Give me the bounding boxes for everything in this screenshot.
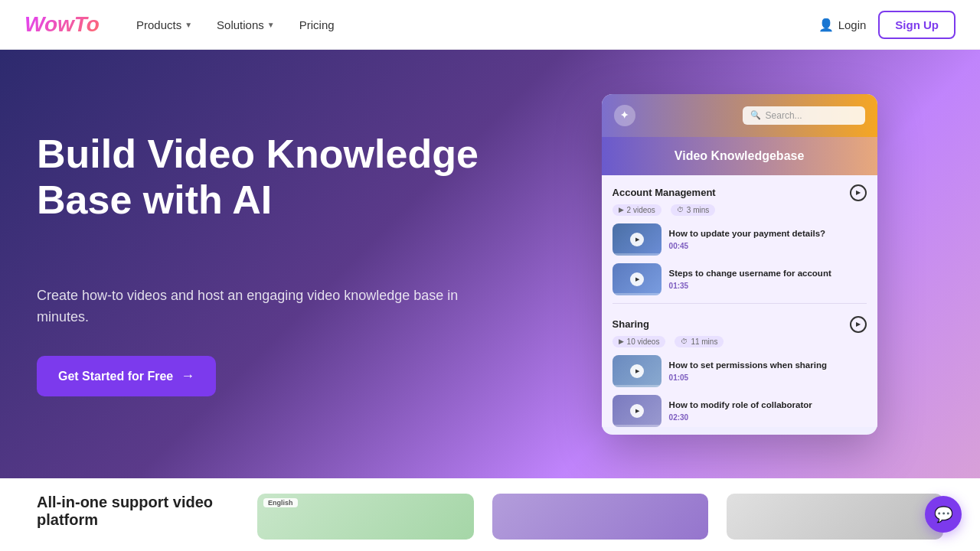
clock-icon: ⏱ (681, 337, 688, 345)
video-info: Steps to change username for account 01:… (669, 268, 867, 290)
arrow-icon: → (181, 368, 194, 384)
play-icon: ▶ (856, 321, 861, 328)
section-title: Sharing (612, 318, 649, 330)
chevron-down-icon: ▼ (185, 21, 192, 29)
chevron-down-icon: ▼ (267, 21, 275, 29)
user-icon: 👤 (818, 18, 834, 32)
video-item[interactable]: ▶ How to modify role of collaborator 02:… (612, 395, 867, 427)
chat-button[interactable]: 💬 (925, 496, 962, 533)
video-info: How to modify role of collaborator 02:30 (669, 399, 867, 422)
section-header: Account Management ▶ (612, 184, 867, 201)
widget-title: Video Knowledgebase (675, 149, 805, 162)
section-header: Sharing ▶ (612, 316, 867, 333)
video-thumbnail: ▶ (612, 263, 662, 295)
thumb-play-icon: ▶ (630, 404, 644, 418)
section-divider (612, 303, 867, 304)
bottom-left: All-in-one support video platform (37, 494, 220, 529)
widget-logo: ✦ (614, 105, 635, 126)
section-play-button[interactable]: ▶ (850, 316, 867, 333)
login-button[interactable]: 👤 Login (818, 18, 867, 32)
widget-title-bar: Video Knowledgebase (602, 137, 877, 175)
section-play-button[interactable]: ▶ (850, 184, 867, 201)
bottom-title: All-in-one support video platform (37, 494, 220, 529)
time-badge: ⏱ 3 mins (671, 204, 715, 216)
video-thumbnail: ▶ (612, 355, 662, 387)
hero-left: Build Video Knowledge Base with AI Creat… (37, 132, 535, 396)
bottom-section: All-in-one support video platform Englis… (0, 478, 980, 551)
widget-search[interactable]: 🔍 Search... (743, 106, 865, 125)
bottom-card: English (257, 494, 474, 540)
video-thumbnail: ▶ (612, 395, 662, 427)
video-icon: ▶ (619, 206, 624, 214)
nav-products[interactable]: Products ▼ (136, 18, 192, 31)
video-thumbnail: ▶ (612, 223, 662, 256)
videos-count-badge: ▶ 10 videos (612, 336, 666, 347)
video-info: How to update your payment details? 00:4… (669, 228, 867, 250)
thumb-play-icon: ▶ (630, 233, 644, 246)
logo[interactable]: WowTo (24, 12, 100, 37)
search-icon: 🔍 (750, 110, 761, 120)
bottom-card (727, 494, 943, 540)
section-meta: ▶ 10 videos ⏱ 11 mins (612, 336, 867, 347)
video-duration: 02:30 (669, 413, 867, 422)
widget-section-account: Account Management ▶ ▶ 2 videos ⏱ 3 mins (602, 175, 877, 295)
demo-widget: ✦ 🔍 Search... Video Knowledgebase Accoun… (602, 94, 877, 435)
chat-icon: 💬 (934, 505, 953, 523)
video-duration: 01:05 (669, 373, 867, 382)
video-title: How to set permissions when sharing (669, 360, 867, 371)
time-badge: ⏱ 11 mins (675, 336, 724, 347)
navbar: WowTo Products ▼ Solutions ▼ Pricing 👤 L… (0, 0, 980, 50)
widget-section-sharing: Sharing ▶ ▶ 10 videos ⏱ 11 mins (602, 307, 877, 427)
video-item[interactable]: ▶ How to set permissions when sharing 01… (612, 355, 867, 387)
section-meta: ▶ 2 videos ⏱ 3 mins (612, 204, 867, 216)
play-icon: ▶ (856, 189, 861, 196)
video-info: How to set permissions when sharing 01:0… (669, 360, 867, 382)
bottom-card (492, 494, 709, 540)
widget-body: Account Management ▶ ▶ 2 videos ⏱ 3 mins (602, 175, 877, 427)
thumb-play-icon: ▶ (630, 272, 644, 286)
navbar-actions: 👤 Login Sign Up (818, 11, 956, 39)
demo-widget-container: ✦ 🔍 Search... Video Knowledgebase Accoun… (535, 94, 943, 435)
nav-links: Products ▼ Solutions ▼ Pricing (136, 18, 818, 31)
hero-section: Build Video Knowledge Base with AI Creat… (0, 50, 980, 478)
nav-pricing[interactable]: Pricing (299, 18, 335, 31)
video-item[interactable]: ▶ How to update your payment details? 00… (612, 223, 867, 256)
widget-header: ✦ 🔍 Search... (602, 94, 877, 137)
video-title: How to modify role of collaborator (669, 399, 867, 411)
clock-icon: ⏱ (677, 206, 684, 214)
video-title: How to update your payment details? (669, 228, 867, 240)
language-badge: English (263, 498, 298, 507)
section-title: Account Management (612, 187, 716, 198)
video-icon: ▶ (619, 337, 624, 345)
bottom-cards: English (257, 494, 943, 540)
hero-title: Build Video Knowledge Base with AI (37, 132, 505, 223)
signup-button[interactable]: Sign Up (878, 11, 956, 39)
video-duration: 01:35 (669, 282, 867, 290)
thumb-play-icon: ▶ (630, 364, 644, 378)
videos-count-badge: ▶ 2 videos (612, 204, 662, 216)
nav-solutions[interactable]: Solutions ▼ (217, 18, 275, 31)
video-title: Steps to change username for account (669, 268, 867, 279)
video-duration: 00:45 (669, 242, 867, 250)
cta-button[interactable]: Get Started for Free → (37, 356, 216, 396)
hero-subtitle: Create how-to videos and host an engagin… (37, 285, 505, 329)
video-item[interactable]: ▶ Steps to change username for account 0… (612, 263, 867, 295)
